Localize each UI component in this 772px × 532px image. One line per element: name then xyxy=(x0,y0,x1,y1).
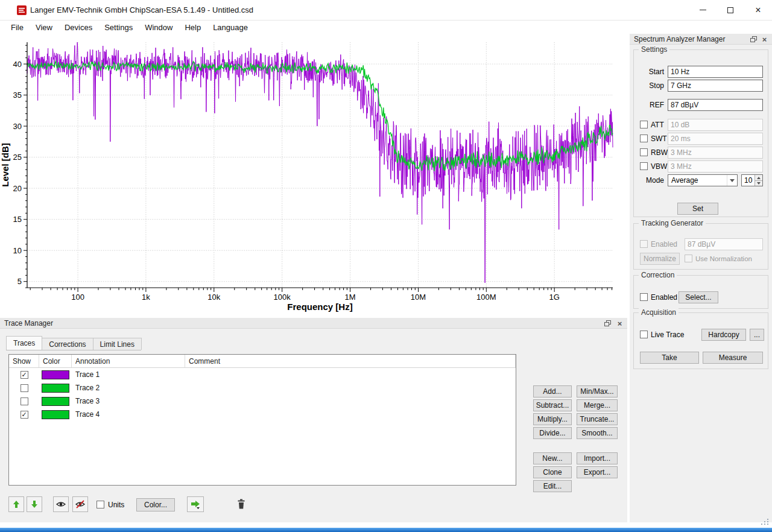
menu-language[interactable]: Language xyxy=(207,22,254,33)
header-comment[interactable]: Comment xyxy=(185,355,516,367)
hide-all-traces-button[interactable] xyxy=(72,496,88,512)
color-button[interactable]: Color... xyxy=(136,498,175,511)
merge-button[interactable]: Merge... xyxy=(577,399,618,411)
menu-file[interactable]: File xyxy=(5,22,30,33)
trace-manager-titlebar: Trace Manager xyxy=(0,318,627,329)
spectrum-panel-float-button[interactable] xyxy=(749,35,758,43)
truncate-button[interactable]: Truncate... xyxy=(577,413,618,425)
subtract-button[interactable]: Subtract... xyxy=(533,399,572,411)
spectrum-analyzer-manager-panel: Spectrum Analyzer Manager × Settings Sta… xyxy=(630,34,772,522)
measure-button[interactable]: Measure xyxy=(703,352,763,364)
correction-select-button[interactable]: Select... xyxy=(679,291,718,303)
rbw-checkbox[interactable] xyxy=(640,148,648,156)
export-button[interactable]: Export... xyxy=(577,466,618,478)
import-button[interactable]: Import... xyxy=(577,452,618,464)
ref-label: REF xyxy=(634,99,664,111)
rbw-input xyxy=(668,147,763,159)
menu-help[interactable]: Help xyxy=(179,22,207,33)
hardcopy-button[interactable]: Hardcopy xyxy=(701,329,746,341)
trace3-color-swatch[interactable] xyxy=(42,397,69,406)
vbw-checkbox[interactable] xyxy=(640,162,648,170)
step-down-icon[interactable] xyxy=(755,180,762,186)
trace3-show-checkbox[interactable] xyxy=(21,397,28,405)
average-count-stepper[interactable]: 10 xyxy=(741,174,763,186)
apply-color-button[interactable] xyxy=(187,496,204,512)
tab-traces[interactable]: Traces xyxy=(6,336,42,350)
swt-checkbox[interactable] xyxy=(640,135,648,142)
maximize-button[interactable] xyxy=(717,0,744,20)
tab-limit-lines[interactable]: Limit Lines xyxy=(93,338,142,350)
x-tick-label: 1G xyxy=(549,293,560,302)
minmax-button[interactable]: Min/Max... xyxy=(577,385,618,397)
float-icon xyxy=(604,320,611,326)
spectrum-plot-canvas[interactable]: 1001k10k100k1M10M100M1G510152025303540Fr… xyxy=(0,34,627,318)
table-row[interactable]: ✓ Trace 4 xyxy=(9,408,516,421)
divide-button[interactable]: Divide... xyxy=(533,427,572,439)
trace1-comment[interactable] xyxy=(185,368,516,381)
take-button[interactable]: Take xyxy=(640,352,699,364)
delete-trace-button[interactable] xyxy=(233,495,250,512)
trace4-color-swatch[interactable] xyxy=(42,410,69,419)
stop-input[interactable] xyxy=(668,80,763,92)
x-axis-label: Frequency [Hz] xyxy=(287,302,352,312)
trace4-annotation[interactable]: Trace 4 xyxy=(72,408,185,421)
resize-grip[interactable] xyxy=(761,519,770,526)
trace2-color-swatch[interactable] xyxy=(42,384,69,393)
close-button[interactable]: × xyxy=(744,0,772,20)
multiply-button[interactable]: Multiply... xyxy=(533,413,572,425)
mode-combobox[interactable]: Average xyxy=(668,174,738,186)
minimize-button[interactable] xyxy=(689,0,717,20)
menu-devices[interactable]: Devices xyxy=(59,22,98,33)
att-checkbox[interactable] xyxy=(640,121,648,128)
maximize-icon xyxy=(727,7,733,13)
table-row[interactable]: Trace 2 xyxy=(9,381,516,394)
trace2-comment[interactable] xyxy=(185,381,516,394)
show-all-traces-button[interactable] xyxy=(53,496,69,512)
smooth-button[interactable]: Smooth... xyxy=(577,427,618,439)
table-row[interactable]: ✓ Trace 1 xyxy=(9,368,516,381)
menu-window[interactable]: Window xyxy=(139,22,179,33)
new-button[interactable]: New... xyxy=(533,452,572,464)
tab-corrections[interactable]: Corrections xyxy=(42,338,93,350)
trace1-color-swatch[interactable] xyxy=(42,370,69,379)
arrow-right-icon xyxy=(191,500,200,509)
add-button[interactable]: Add... xyxy=(533,385,572,397)
start-input[interactable] xyxy=(668,66,763,78)
move-trace-down-button[interactable] xyxy=(27,496,42,512)
units-checkbox[interactable] xyxy=(96,501,104,508)
units-label: Units xyxy=(108,499,124,511)
spectrum-plot[interactable]: 1001k10k100k1M10M100M1G510152025303540Fr… xyxy=(0,34,627,318)
trace1-show-checkbox[interactable]: ✓ xyxy=(21,371,28,379)
step-up-icon[interactable] xyxy=(755,175,762,180)
edit-button[interactable]: Edit... xyxy=(533,480,572,492)
trace4-show-checkbox[interactable]: ✓ xyxy=(21,411,28,419)
ref-input[interactable] xyxy=(668,99,763,111)
trace3-comment[interactable] xyxy=(185,394,516,408)
table-row[interactable]: Trace 3 xyxy=(9,394,516,408)
header-color[interactable]: Color xyxy=(39,355,72,367)
trace2-annotation[interactable]: Trace 2 xyxy=(72,381,185,394)
trace2-show-checkbox[interactable] xyxy=(21,384,28,392)
header-show[interactable]: Show xyxy=(9,355,39,367)
application-window: { "window": { "title": "Langer EMV-Techn… xyxy=(0,0,772,532)
correction-group: Correction Enabled Select... xyxy=(633,275,768,309)
set-button[interactable]: Set xyxy=(677,203,718,215)
live-trace-checkbox[interactable] xyxy=(640,331,648,338)
menu-settings[interactable]: Settings xyxy=(98,22,139,33)
trace-manager-close-button[interactable]: × xyxy=(615,319,624,328)
menu-view[interactable]: View xyxy=(30,22,59,33)
spectrum-panel-close-button[interactable]: × xyxy=(760,35,769,43)
trace3-annotation[interactable]: Trace 3 xyxy=(72,394,185,408)
stepper-buttons[interactable] xyxy=(755,175,762,186)
tracking-enabled-label: Enabled xyxy=(651,238,677,250)
trace4-comment[interactable] xyxy=(185,408,516,421)
correction-enabled-checkbox[interactable] xyxy=(640,293,648,301)
trace-manager-float-button[interactable] xyxy=(603,319,612,328)
arrow-up-icon xyxy=(12,500,21,508)
clone-button[interactable]: Clone xyxy=(533,466,572,478)
trace1-annotation[interactable]: Trace 1 xyxy=(72,368,185,381)
header-annotation[interactable]: Annotation xyxy=(72,355,185,367)
x-tick-label: 10k xyxy=(207,293,220,302)
hardcopy-more-button[interactable]: ... xyxy=(750,329,764,341)
move-trace-up-button[interactable] xyxy=(8,496,24,512)
